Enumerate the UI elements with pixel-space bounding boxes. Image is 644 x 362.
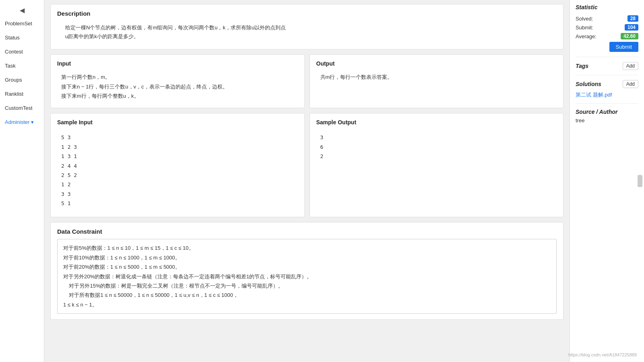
solved-badge: 28 bbox=[627, 15, 638, 22]
divider-1 bbox=[576, 57, 638, 57]
tags-title: Tags bbox=[576, 63, 588, 69]
sidebar-item-groups[interactable]: Groups bbox=[0, 73, 44, 87]
average-label: Average: bbox=[576, 33, 597, 39]
description-section: Description 给定一棵N个节点的树，边有权值，有m组询问，每次询问两个… bbox=[50, 4, 564, 49]
output-title: Output bbox=[316, 60, 557, 67]
sidebar-item-customtest[interactable]: CustomTest bbox=[0, 101, 44, 115]
average-badge: 42.60 bbox=[621, 33, 638, 39]
sample-row: Sample Input 5 3 1 2 3 1 3 1 2 4 4 2 5 2… bbox=[50, 113, 564, 217]
input-body: 第一行两个数n，m。 接下来n − 1行，每行三个数u，v，c，表示一条边的起点… bbox=[57, 71, 298, 102]
sample-output-body: 3 6 2 bbox=[316, 130, 557, 164]
description-body: 给定一棵N个节点的树，边有权值，有m组询问，每次询问两个数u，k，求所有除u以外… bbox=[57, 21, 557, 43]
sidebar-item-contest[interactable]: Contest bbox=[0, 45, 44, 59]
solution-link-1[interactable]: 第二试 题解.pdf bbox=[576, 91, 638, 99]
submit-label: Submit: bbox=[576, 25, 593, 31]
solved-label: Solved: bbox=[576, 16, 593, 22]
solved-row: Solved: 28 bbox=[576, 15, 638, 22]
average-row: Average: 42.60 bbox=[576, 33, 638, 39]
statistic-section: Statistic Solved: 28 Submit: 104 Average… bbox=[576, 4, 638, 52]
back-button[interactable]: ◀ bbox=[0, 4, 44, 16]
sample-output-title: Sample Output bbox=[316, 119, 557, 125]
input-title: Input bbox=[57, 60, 298, 67]
input-section: Input 第一行两个数n，m。 接下来n − 1行，每行三个数u，v，c，表示… bbox=[50, 54, 305, 108]
tags-section: Tags Add bbox=[576, 62, 638, 70]
sidebar-item-problemset[interactable]: ProblemSet bbox=[0, 16, 44, 31]
sidebar-item-ranklist[interactable]: Ranklist bbox=[0, 87, 44, 101]
sidebar-item-administer[interactable]: Administer ▾ bbox=[0, 115, 44, 129]
scroll-indicator[interactable] bbox=[638, 175, 642, 187]
sample-input-body: 5 3 1 2 3 1 3 1 2 4 4 2 5 2 1 2 3 3 5 1 bbox=[57, 130, 298, 211]
right-panel: Statistic Solved: 28 Submit: 104 Average… bbox=[570, 0, 644, 362]
sample-input-title: Sample Input bbox=[57, 119, 298, 125]
tags-add-button[interactable]: Add bbox=[623, 62, 638, 70]
submit-row: Submit: 104 bbox=[576, 24, 638, 31]
sample-input-section: Sample Input 5 3 1 2 3 1 3 1 2 4 4 2 5 2… bbox=[50, 113, 305, 217]
tags-header: Tags Add bbox=[576, 62, 638, 70]
sidebar: ◀ ProblemSet Status Contest Task Groups … bbox=[0, 0, 44, 362]
divider-2 bbox=[576, 75, 638, 75]
constraint-body: 对于前5%的数据：1 ≤ n ≤ 10，1 ≤ m ≤ 15，1 ≤ c ≤ 1… bbox=[57, 239, 557, 314]
watermark: https://blog.csdn.net/A1847225889 bbox=[568, 352, 637, 357]
sample-output-section: Sample Output 3 6 2 bbox=[310, 113, 564, 217]
solutions-header: Solutions Add bbox=[576, 80, 638, 88]
output-body: 共m行，每行一个数表示答案。 bbox=[316, 71, 557, 83]
source-title: Source / Author bbox=[576, 109, 638, 115]
output-section: Output 共m行，每行一个数表示答案。 bbox=[310, 54, 564, 108]
main-content: Description 给定一棵N个节点的树，边有权值，有m组询问，每次询问两个… bbox=[44, 0, 570, 362]
description-title: Description bbox=[57, 10, 557, 17]
io-row: Input 第一行两个数n，m。 接下来n − 1行，每行三个数u，v，c，表示… bbox=[50, 54, 564, 108]
divider-3 bbox=[576, 103, 638, 104]
solutions-title: Solutions bbox=[576, 81, 601, 87]
sidebar-item-status[interactable]: Status bbox=[0, 31, 44, 45]
submit-badge: 104 bbox=[625, 24, 638, 31]
submit-button[interactable]: Submit bbox=[609, 42, 638, 52]
statistic-title: Statistic bbox=[576, 4, 638, 10]
data-constraint-section: Data Constraint 对于前5%的数据：1 ≤ n ≤ 10，1 ≤ … bbox=[50, 222, 564, 320]
source-section: Source / Author tree bbox=[576, 109, 638, 123]
sidebar-item-admin-label: Administer ▾ bbox=[5, 119, 34, 125]
solutions-section: Solutions Add 第二试 题解.pdf bbox=[576, 80, 638, 99]
sidebar-item-task[interactable]: Task bbox=[0, 59, 44, 73]
data-constraint-title: Data Constraint bbox=[57, 228, 557, 235]
solutions-add-button[interactable]: Add bbox=[623, 80, 638, 88]
source-text: tree bbox=[576, 117, 638, 123]
